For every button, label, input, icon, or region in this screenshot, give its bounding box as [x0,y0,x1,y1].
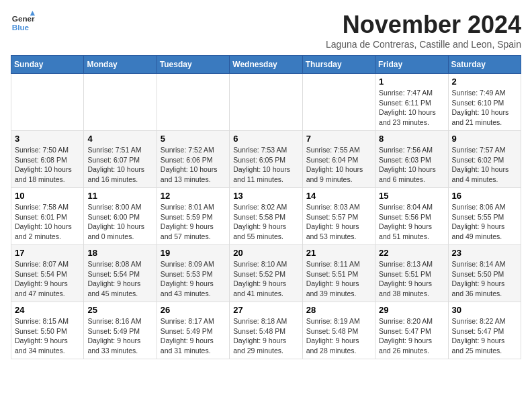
day-number: 7 [306,134,371,144]
cell-content: Sunrise: 8:19 AMSunset: 5:48 PMDaylight:… [306,316,371,356]
calendar-day-cell: 3Sunrise: 7:50 AMSunset: 6:08 PMDaylight… [11,131,84,188]
cell-content: Sunrise: 8:13 AMSunset: 5:51 PMDaylight:… [379,259,444,299]
weekday-header-monday: Monday [84,56,157,74]
day-number: 23 [452,248,517,258]
day-number: 18 [87,248,152,258]
cell-content: Sunrise: 8:17 AMSunset: 5:49 PMDaylight:… [161,316,226,356]
calendar-day-cell: 23Sunrise: 8:14 AMSunset: 5:50 PMDayligh… [448,245,521,302]
page-header: General Blue November 2024 Laguna de Con… [11,11,521,50]
weekday-header-thursday: Thursday [302,56,375,74]
cell-content: Sunrise: 7:56 AMSunset: 6:03 PMDaylight:… [379,145,444,185]
calendar-day-cell: 11Sunrise: 8:00 AMSunset: 6:00 PMDayligh… [84,188,157,245]
cell-content: Sunrise: 7:58 AMSunset: 6:01 PMDaylight:… [15,202,80,242]
calendar-day-cell: 17Sunrise: 8:07 AMSunset: 5:54 PMDayligh… [11,245,84,302]
cell-content: Sunrise: 8:22 AMSunset: 5:47 PMDaylight:… [452,316,517,356]
day-number: 27 [233,305,298,315]
day-number: 15 [379,191,444,201]
day-number: 8 [379,134,444,144]
cell-content: Sunrise: 8:01 AMSunset: 5:59 PMDaylight:… [161,202,226,242]
day-number: 9 [452,134,517,144]
cell-content: Sunrise: 8:06 AMSunset: 5:55 PMDaylight:… [452,202,517,242]
calendar-day-cell: 4Sunrise: 7:51 AMSunset: 6:07 PMDaylight… [84,131,157,188]
day-number: 30 [452,305,517,315]
calendar-day-cell: 24Sunrise: 8:15 AMSunset: 5:50 PMDayligh… [11,302,84,359]
weekday-header-sunday: Sunday [11,56,84,74]
weekday-header-friday: Friday [375,56,448,74]
calendar-week-row: 1Sunrise: 7:47 AMSunset: 6:11 PMDaylight… [11,74,521,131]
day-number: 28 [306,305,371,315]
calendar-day-cell: 19Sunrise: 8:09 AMSunset: 5:53 PMDayligh… [157,245,229,302]
weekday-header-tuesday: Tuesday [157,56,229,74]
day-number: 25 [87,305,152,315]
logo: General Blue [11,11,35,35]
calendar-day-cell: 20Sunrise: 8:10 AMSunset: 5:52 PMDayligh… [230,245,302,302]
day-number: 26 [161,305,226,315]
calendar-week-row: 24Sunrise: 8:15 AMSunset: 5:50 PMDayligh… [11,302,521,359]
title-area: November 2024 Laguna de Contreras, Casti… [326,11,521,50]
calendar-day-cell: 7Sunrise: 7:55 AMSunset: 6:04 PMDaylight… [302,131,375,188]
day-number: 1 [379,77,444,87]
calendar-day-cell: 28Sunrise: 8:19 AMSunset: 5:48 PMDayligh… [302,302,375,359]
cell-content: Sunrise: 7:49 AMSunset: 6:10 PMDaylight:… [452,88,517,128]
day-number: 10 [15,191,80,201]
calendar-day-cell: 29Sunrise: 8:20 AMSunset: 5:47 PMDayligh… [375,302,448,359]
cell-content: Sunrise: 7:53 AMSunset: 6:05 PMDaylight:… [233,145,298,185]
cell-content: Sunrise: 8:14 AMSunset: 5:50 PMDaylight:… [452,259,517,299]
cell-content: Sunrise: 7:50 AMSunset: 6:08 PMDaylight:… [15,145,80,185]
day-number: 19 [161,248,226,258]
day-number: 17 [15,248,80,258]
day-number: 16 [452,191,517,201]
calendar-day-cell: 22Sunrise: 8:13 AMSunset: 5:51 PMDayligh… [375,245,448,302]
cell-content: Sunrise: 7:52 AMSunset: 6:06 PMDaylight:… [161,145,226,185]
cell-content: Sunrise: 8:11 AMSunset: 5:51 PMDaylight:… [306,259,371,299]
cell-content: Sunrise: 7:55 AMSunset: 6:04 PMDaylight:… [306,145,371,185]
cell-content: Sunrise: 8:20 AMSunset: 5:47 PMDaylight:… [379,316,444,356]
calendar-day-cell: 30Sunrise: 8:22 AMSunset: 5:47 PMDayligh… [448,302,521,359]
cell-content: Sunrise: 8:08 AMSunset: 5:54 PMDaylight:… [87,259,152,299]
logo-icon: General Blue [11,11,35,35]
day-number: 21 [306,248,371,258]
calendar-day-cell: 2Sunrise: 7:49 AMSunset: 6:10 PMDaylight… [448,74,521,131]
location-title: Laguna de Contreras, Castille and Leon, … [326,39,521,50]
calendar-day-cell: 13Sunrise: 8:02 AMSunset: 5:58 PMDayligh… [230,188,302,245]
calendar-day-cell: 1Sunrise: 7:47 AMSunset: 6:11 PMDaylight… [375,74,448,131]
day-number: 6 [233,134,298,144]
cell-content: Sunrise: 7:51 AMSunset: 6:07 PMDaylight:… [87,145,152,185]
day-number: 3 [15,134,80,144]
calendar-day-cell: 5Sunrise: 7:52 AMSunset: 6:06 PMDaylight… [157,131,229,188]
svg-marker-2 [30,11,35,15]
cell-content: Sunrise: 8:09 AMSunset: 5:53 PMDaylight:… [161,259,226,299]
day-number: 11 [87,191,152,201]
calendar-table: SundayMondayTuesdayWednesdayThursdayFrid… [11,55,521,359]
empty-cell [84,74,157,131]
calendar-day-cell: 27Sunrise: 8:18 AMSunset: 5:48 PMDayligh… [230,302,302,359]
calendar-week-row: 3Sunrise: 7:50 AMSunset: 6:08 PMDaylight… [11,131,521,188]
empty-cell [11,74,84,131]
calendar-day-cell: 16Sunrise: 8:06 AMSunset: 5:55 PMDayligh… [448,188,521,245]
calendar-day-cell: 15Sunrise: 8:04 AMSunset: 5:56 PMDayligh… [375,188,448,245]
cell-content: Sunrise: 8:07 AMSunset: 5:54 PMDaylight:… [15,259,80,299]
cell-content: Sunrise: 8:16 AMSunset: 5:49 PMDaylight:… [87,316,152,356]
cell-content: Sunrise: 8:10 AMSunset: 5:52 PMDaylight:… [233,259,298,299]
cell-content: Sunrise: 8:15 AMSunset: 5:50 PMDaylight:… [15,316,80,356]
day-number: 2 [452,77,517,87]
day-number: 13 [233,191,298,201]
day-number: 20 [233,248,298,258]
day-number: 24 [15,305,80,315]
empty-cell [230,74,302,131]
calendar-week-row: 17Sunrise: 8:07 AMSunset: 5:54 PMDayligh… [11,245,521,302]
day-number: 5 [161,134,226,144]
empty-cell [157,74,229,131]
calendar-day-cell: 6Sunrise: 7:53 AMSunset: 6:05 PMDaylight… [230,131,302,188]
cell-content: Sunrise: 8:00 AMSunset: 6:00 PMDaylight:… [87,202,152,242]
calendar-day-cell: 25Sunrise: 8:16 AMSunset: 5:49 PMDayligh… [84,302,157,359]
weekday-header-row: SundayMondayTuesdayWednesdayThursdayFrid… [11,56,521,74]
day-number: 12 [161,191,226,201]
calendar-day-cell: 12Sunrise: 8:01 AMSunset: 5:59 PMDayligh… [157,188,229,245]
calendar-day-cell: 21Sunrise: 8:11 AMSunset: 5:51 PMDayligh… [302,245,375,302]
day-number: 22 [379,248,444,258]
cell-content: Sunrise: 8:02 AMSunset: 5:58 PMDaylight:… [233,202,298,242]
day-number: 29 [379,305,444,315]
calendar-day-cell: 8Sunrise: 7:56 AMSunset: 6:03 PMDaylight… [375,131,448,188]
cell-content: Sunrise: 7:57 AMSunset: 6:02 PMDaylight:… [452,145,517,185]
